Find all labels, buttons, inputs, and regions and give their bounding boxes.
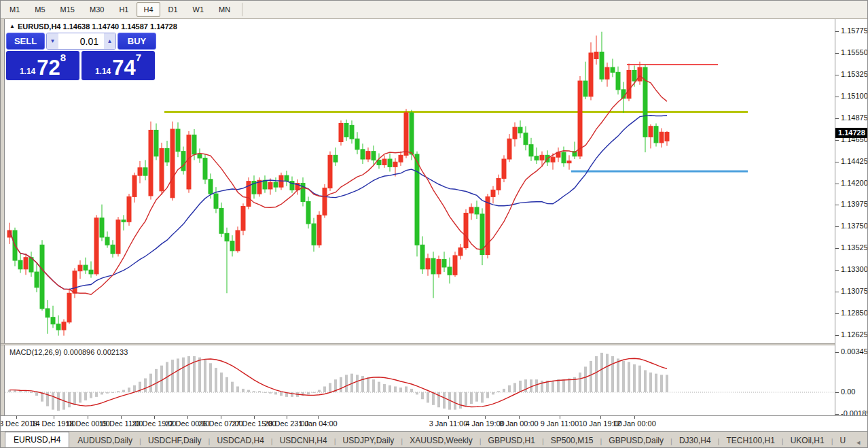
time-axis-tick-mark (519, 416, 520, 419)
time-axis-label: 8 Jan 00:00 (499, 419, 539, 428)
price-axis-tick: 1.15100 (841, 92, 868, 100)
timeframe-toolbar: M1M5M15M30H1H4D1W1MN (1, 1, 868, 19)
time-axis-tick-mark (54, 416, 54, 419)
chart-tab-tech100-h1[interactable]: TECH100,H1 (719, 433, 781, 448)
one-click-trade-panel: SELL ▼ 0.01 ▲ BUY 1.14 72 8 1.14 74 7 (6, 33, 156, 80)
price-axis-tick: 1.13075 (841, 287, 868, 295)
buy-button[interactable]: BUY (117, 33, 156, 50)
time-axis-tick-mark (154, 416, 155, 419)
chart-tab-xauusd-weekly[interactable]: XAUUSD,Weekly (403, 433, 479, 448)
time-axis-tick-mark (187, 416, 188, 419)
price-axis[interactable]: 1.14728 1.157751.155501.153251.151001.14… (835, 19, 868, 415)
chart-tab-usdcnh-h4[interactable]: USDCNH,H4 (273, 433, 334, 448)
buy-price-display[interactable]: 1.14 74 7 (82, 51, 155, 80)
price-axis-tick: 1.13525 (841, 243, 868, 252)
time-axis-tick-mark (318, 416, 319, 419)
time-axis-label: 3 Jan 11:00 (429, 419, 468, 428)
timeframe-button-m1[interactable]: M1 (3, 2, 26, 17)
timeframe-button-d1[interactable]: D1 (162, 2, 185, 17)
chart-tab-audusd-daily[interactable]: AUDUSD,Daily (71, 433, 139, 448)
macd-axis-tick: 0.00 (841, 387, 855, 396)
time-axis-label: 9 Jan 11:00 (541, 419, 579, 428)
price-axis-tick: 1.12850 (841, 309, 868, 317)
sell-price-handle: 1.14 (20, 65, 35, 78)
timeframe-button-m15[interactable]: M15 (54, 2, 82, 17)
time-axis-tick-mark (600, 416, 601, 419)
time-axis-tick-mark (448, 416, 449, 419)
buy-price-pips: 74 (112, 57, 135, 78)
price-axis-tick: 1.13750 (841, 222, 868, 230)
price-axis-tick: 1.14875 (841, 114, 868, 122)
time-axis-label: 4 Jan 19:00 (465, 419, 505, 428)
symbol-ohlc-text: EURUSD,H4 1.14638 1.14740 1.14587 1.1472… (18, 22, 177, 31)
chart-tab-bar: EURUSD,H4AUDUSD,Daily|USDCHF,Daily|USDCA… (1, 431, 868, 448)
price-axis-tick: 1.13975 (841, 200, 868, 208)
time-axis-tick-mark (121, 416, 122, 419)
time-axis-tick-mark (560, 416, 560, 419)
tab-scroll-left-icon[interactable]: ◄ (852, 439, 864, 446)
sell-price-pips: 72 (37, 57, 60, 78)
price-axis-tick: 1.13300 (841, 265, 868, 273)
sell-price-point: 8 (60, 52, 66, 63)
time-axis-tick-mark (634, 416, 635, 419)
chart-tab-usdchf-daily[interactable]: USDCHF,Daily (141, 433, 209, 448)
time-axis-tick-mark (287, 416, 287, 419)
moving-average-line (10, 75, 667, 294)
timeframe-button-h4[interactable]: H4 (137, 2, 160, 17)
time-axis-tick-mark (254, 416, 255, 419)
chart-tab-usdcad-h4[interactable]: USDCAD,H4 (210, 433, 270, 448)
timeframe-button-m30[interactable]: M30 (83, 2, 111, 17)
tab-scroll-right-icon[interactable]: ► (864, 439, 868, 446)
time-axis-label: 12 Jan 00:00 (613, 419, 656, 428)
moving-average-line (10, 116, 667, 290)
volume-stepper: ▼ 0.01 ▲ (46, 33, 116, 50)
time-axis-tick-mark (221, 416, 221, 419)
chart-tab-ukoil-h1[interactable]: UKOil,H1 (784, 433, 831, 448)
time-axis-tick-mark (16, 416, 17, 419)
timeframe-button-mn[interactable]: MN (212, 2, 237, 17)
chart-tab-u[interactable]: U (833, 433, 853, 448)
chart-tab-eurusd-h4[interactable]: EURUSD,H4 (5, 432, 69, 448)
price-axis-tick: 1.15550 (841, 48, 868, 56)
chart-tab-gbpusd-h1[interactable]: GBPUSD,H1 (482, 433, 542, 448)
volume-down-icon[interactable]: ▼ (47, 33, 58, 49)
tab-scroll-controls: ◄ ► (852, 439, 868, 448)
volume-up-icon[interactable]: ▲ (104, 33, 115, 49)
buy-price-point: 7 (136, 52, 141, 63)
chart-tab-sp500-m15[interactable]: SP500,M15 (544, 433, 600, 448)
sell-button[interactable]: SELL (6, 33, 45, 50)
volume-input[interactable]: 0.01 (58, 36, 104, 47)
price-axis-tick: 1.12625 (841, 330, 868, 339)
timeframe-button-h1[interactable]: H1 (112, 2, 135, 17)
price-axis-tick: 1.15325 (841, 70, 868, 78)
macd-indicator-label: MACD(12,26,9) 0.000896 0.002133 (10, 348, 128, 356)
time-axis[interactable]: 13 Dec 201814 Dec 19:0018 Dec 00:0019 De… (1, 415, 868, 431)
toolbar-separator (242, 3, 242, 16)
price-axis-tick: 1.14650 (841, 135, 868, 143)
sell-price-display[interactable]: 1.14 72 8 (6, 51, 79, 80)
timeframe-button-w1[interactable]: W1 (186, 2, 211, 17)
time-axis-tick-mark (88, 416, 88, 419)
chart-tab-usdjpy-daily[interactable]: USDJPY,Daily (336, 433, 401, 448)
price-axis-tick: 1.14425 (841, 157, 868, 165)
time-axis-label: 1 Jan 04:00 (298, 419, 338, 428)
trading-platform-window: M1M5M15M30H1H4D1W1MN ▲EURUSD,H4 1.14638 … (0, 0, 868, 448)
collapse-triangle-icon[interactable]: ▲ (10, 23, 15, 29)
buy-price-handle: 1.14 (95, 65, 111, 78)
time-axis-tick-mark (485, 416, 486, 419)
chart-symbol-ohlc: ▲EURUSD,H4 1.14638 1.14740 1.14587 1.147… (10, 22, 177, 31)
price-axis-tick: 1.15775 (841, 27, 868, 35)
chart-tab-gbpusd-daily[interactable]: GBPUSD,Daily (602, 433, 670, 448)
price-axis-tick: 1.14200 (841, 179, 868, 187)
macd-axis-tick: 0.003452 (841, 347, 868, 356)
chart-tab-dj30-h4[interactable]: DJ30,H4 (672, 433, 718, 448)
timeframe-button-m5[interactable]: M5 (28, 2, 52, 17)
